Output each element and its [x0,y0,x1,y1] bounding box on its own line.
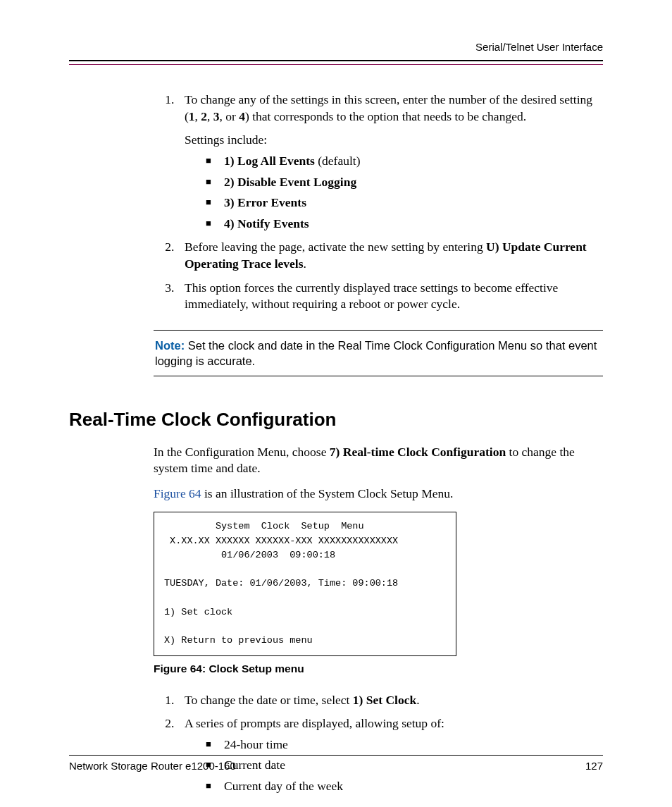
list-item: 3) Error Events [206,195,603,211]
paragraph: In the Configuration Menu, choose 7) Rea… [154,444,603,477]
text: A series of prompts are displayed, allow… [185,716,444,730]
text-bold: 2) Disable Event Logging [224,175,356,189]
mono-line: X) Return to previous menu [164,635,313,646]
text-bold: 3 [213,109,220,123]
bullet-list: 1) Log All Events (default) 2) Disable E… [185,153,603,233]
text: This option forces the currently display… [185,281,558,312]
text-bold: 1) Set Clock [353,693,416,707]
mono-line: 01/06/2003 09:00:18 [164,550,335,560]
text: . [303,257,306,271]
text: . [416,693,419,707]
text: Settings include: [185,132,603,149]
footer-line: Network Storage Router e1200-160 127 [69,760,603,772]
text: Before leaving the page, activate the ne… [185,240,486,254]
figure-link[interactable]: Figure 64 [154,486,201,500]
footer-rule [69,755,603,756]
ordered-list-1: To change any of the settings in this sc… [159,92,603,313]
list-item: To change the date or time, select 1) Se… [180,692,603,709]
list-item: 1) Log All Events (default) [206,153,603,170]
text: , [207,109,213,123]
text: Current day of the week [224,779,343,793]
figure-box: System Clock Setup Menu X.XX.XX XXXXXX X… [154,512,456,655]
text: (default) [315,154,361,168]
text-bold: 4) Notify Events [224,216,309,230]
header-rule [69,60,603,65]
mono-line: System Clock Setup Menu [164,521,364,531]
text: ) that corresponds to the option that ne… [245,109,526,123]
text: To change the date or time, select [185,693,353,707]
mono-line: 1) Set clock [164,607,232,617]
note-text: Set the clock and date in the Real Time … [155,339,597,367]
page: Serial/Telnet User Interface To change a… [0,0,672,807]
mono-line: X.XX.XX XXXXXX XXXXXX-XXX XXXXXXXXXXXXXX [164,536,398,546]
body-content: To change any of the settings in this sc… [69,92,603,795]
list-item: This option forces the currently display… [180,280,603,313]
footer-left: Network Storage Router e1200-160 [69,760,236,772]
paragraph: Figure 64 is an illustration of the Syst… [154,486,603,503]
mono-line: TUESDAY, Date: 01/06/2003, Time: 09:00:1… [164,578,398,589]
text: , or [220,109,239,123]
page-footer: Network Storage Router e1200-160 127 [69,755,603,772]
text-bold: 7) Real-time Clock Configuration [330,445,506,459]
ordered-list-2: To change the date or time, select 1) Se… [159,692,603,795]
figure-caption: Figure 64: Clock Setup menu [154,662,603,677]
note-label: Note: [155,339,185,352]
note-block: Note: Set the clock and date in the Real… [154,330,603,377]
text-bold: 3) Error Events [224,195,306,209]
page-number: 127 [585,760,603,772]
text: In the Configuration Menu, choose [154,445,330,459]
list-item: To change any of the settings in this sc… [180,92,603,232]
text: is an illustration of the System Clock S… [201,486,454,500]
text-bold: 2 [201,109,207,123]
list-item: 2) Disable Event Logging [206,174,603,191]
list-item: Current day of the week [206,778,603,795]
section-heading: Real-Time Clock Configuration [69,407,603,432]
list-item: 4) Notify Events [206,216,603,233]
text-bold: 4 [239,109,245,123]
text-bold: 1) Log All Events [224,154,315,168]
list-item: Before leaving the page, activate the ne… [180,239,603,272]
list-item: 24-hour time [206,737,603,753]
page-header: Serial/Telnet User Interface [69,41,603,65]
text: 24-hour time [224,737,288,751]
header-title: Serial/Telnet User Interface [69,41,603,53]
text-bold: 1 [189,109,195,123]
